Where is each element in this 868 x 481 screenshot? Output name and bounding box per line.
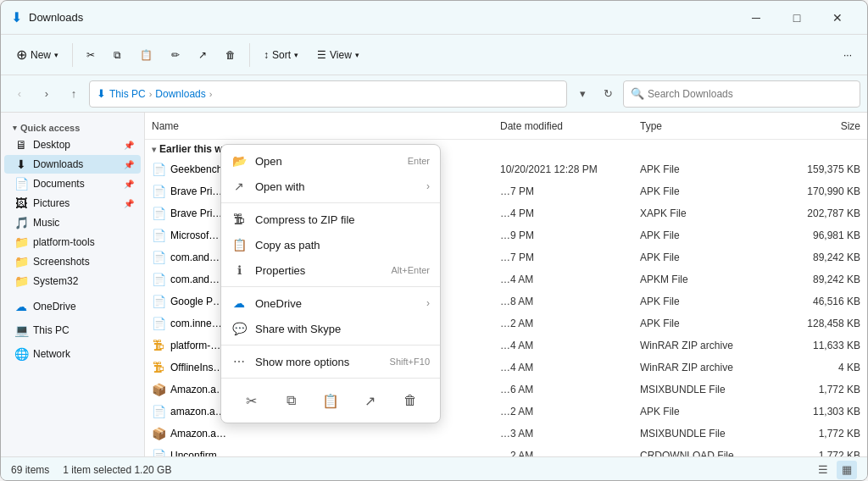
sidebar-item-system32[interactable]: 📁 System32 [4,272,141,290]
sort-chevron-icon: ▾ [294,51,298,59]
forward-button[interactable]: › [35,82,58,106]
sidebar-item-desktop[interactable]: 🖥 Desktop 📌 [4,135,141,154]
file-type: CRDOWNLOAD File [640,450,776,456]
share-icon: ↗ [198,49,207,61]
file-date: …2 AM [500,406,640,417]
toolbar: ⊕ New ▾ ✂ ⧉ 📋 ✏ ↗ 🗑 ↕ Sort ▾ ☰ View ▾ ··… [1,35,867,75]
address-downloads[interactable]: Downloads [155,88,205,100]
pin-icon-3: 📌 [124,180,134,189]
col-header-date[interactable]: Date modified [500,120,640,132]
details-view-button[interactable]: ▦ [837,461,857,479]
rename-button[interactable]: ✏ [163,40,188,70]
sidebar-item-screenshots[interactable]: 📁 Screenshots [4,252,141,271]
table-row[interactable]: 📦 Amazon.a… …3 AM MSIXBUNDLE File 1,772 … [145,423,867,445]
sidebar-item-thispc[interactable]: 💻 This PC [4,321,141,340]
refresh-button[interactable]: ↻ [596,82,620,106]
maximize-button[interactable]: □ [777,4,816,31]
file-size: 1,772 KB [776,384,860,395]
share-button[interactable]: ↗ [190,40,215,70]
col-header-type[interactable]: Type [640,120,776,132]
sidebar-item-network[interactable]: 🌐 Network [4,345,141,363]
view-icon: ☰ [317,49,326,61]
cm-sep-1 [221,202,440,203]
sidebar-item-downloads[interactable]: ⬇ Downloads 📌 [4,155,141,174]
minimize-button[interactable]: ─ [737,4,776,31]
file-size: 11,633 KB [776,340,860,351]
copy-path-icon: 📋 [231,237,247,252]
cm-open[interactable]: 📂 Open Enter [221,148,440,174]
file-name: Unconfirm… [170,450,500,456]
cm-show-more[interactable]: ⋯ Show more options Shift+F10 [221,349,440,374]
more-label: ··· [843,49,852,61]
cm-properties[interactable]: ℹ Properties Alt+Enter [221,257,440,283]
list-view-button[interactable]: ☰ [813,461,833,479]
address-box[interactable]: ⬇ This PC › Downloads › [89,80,567,108]
back-button[interactable]: ‹ [8,82,31,106]
file-type-icon: 🗜 [152,339,165,352]
file-type-icon: 📦 [152,427,165,440]
search-box[interactable]: 🔍 [623,80,860,108]
cm-onedrive-label: OneDrive [255,297,418,310]
cm-copy-button[interactable]: ⧉ [277,387,304,414]
file-date: …2 AM [500,318,640,329]
pictures-icon: 🖼 [14,196,28,210]
file-size: 159,375 KB [776,163,860,175]
file-type: WinRAR ZIP archive [640,362,776,373]
cut-button[interactable]: ✂ [78,40,103,70]
downloads-icon: ⬇ [14,158,28,171]
file-size: 128,458 KB [776,318,860,329]
network-icon: 🌐 [14,347,28,361]
sidebar-item-onedrive[interactable]: ☁ OneDrive [4,297,141,316]
file-date: …2 AM [500,450,640,456]
app-icon: ⬇ [11,9,22,25]
cm-icons-row: ✂ ⧉ 📋 ↗ 🗑 [221,382,440,419]
search-input[interactable] [648,88,853,100]
file-type-icon: 📄 [152,163,165,176]
address-this-pc[interactable]: This PC [109,88,146,100]
cm-share-skype[interactable]: 💬 Share with Skype [221,316,440,341]
cm-paste-button[interactable]: 📋 [317,387,344,414]
sidebar-desktop-label: Desktop [33,139,70,151]
file-type-icon: 📄 [152,251,165,264]
cm-properties-shortcut: Alt+Enter [391,265,430,275]
file-type: MSIXBUNDLE File [640,428,776,440]
system32-icon: 📁 [14,274,28,288]
file-type: APK File [640,229,776,241]
cm-compress[interactable]: 🗜 Compress to ZIP file [221,207,440,232]
more-button[interactable]: ··· [835,40,860,70]
file-type: APK File [640,296,776,307]
cm-cut-button[interactable]: ✂ [237,387,264,414]
file-type: WinRAR ZIP archive [640,340,776,351]
col-header-name[interactable]: Name [152,120,500,132]
delete-icon: 🗑 [225,49,236,61]
table-row[interactable]: 📄 Unconfirm… …2 AM CRDOWNLOAD File 1,772… [145,445,867,456]
file-date: …8 AM [500,296,640,307]
up-button[interactable]: ↑ [62,82,86,106]
cm-open-with[interactable]: ↗ Open with › [221,174,440,199]
cm-copy-as-path[interactable]: 📋 Copy as path [221,232,440,257]
sidebar-item-music[interactable]: 🎵 Music [4,213,141,232]
sidebar-item-documents[interactable]: 📄 Documents 📌 [4,174,141,193]
cm-onedrive[interactable]: ☁ OneDrive › [221,290,440,316]
cm-delete-button[interactable]: 🗑 [397,387,424,414]
desktop-icon: 🖥 [14,138,28,152]
music-icon: 🎵 [14,216,28,229]
sidebar-item-pictures[interactable]: 🖼 Pictures 📌 [4,194,141,213]
quick-access-section[interactable]: ▾ Quick access [1,118,144,135]
delete-button[interactable]: 🗑 [217,40,244,70]
sidebar-downloads-label: Downloads [33,158,83,170]
address-dropdown-button[interactable]: ▾ [570,82,594,106]
new-button[interactable]: ⊕ New ▾ [8,40,67,70]
view-button[interactable]: ☰ View ▾ [309,40,368,70]
open-icon: 📂 [231,153,247,169]
copy-button[interactable]: ⧉ [105,40,130,70]
cm-sep-2 [221,286,440,287]
paste-icon: 📋 [140,49,153,61]
cm-share-button[interactable]: ↗ [357,387,384,414]
paste-button[interactable]: 📋 [131,40,161,70]
sort-button[interactable]: ↕ Sort ▾ [255,40,307,70]
close-button[interactable]: ✕ [818,4,857,31]
file-list-header: Name Date modified Type Size [145,113,867,140]
col-header-size[interactable]: Size [776,120,860,132]
sidebar-item-platform-tools[interactable]: 📁 platform-tools [4,233,141,252]
